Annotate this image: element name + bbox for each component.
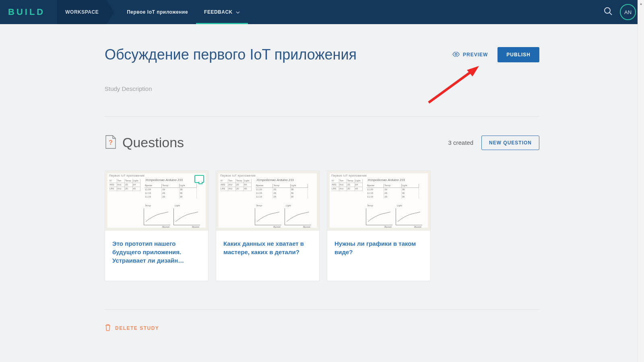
sketch-thumbnail: Первое IoT приложение N°ТипTempLightAR2A…: [330, 173, 428, 228]
delete-study-label: DELETE STUDY: [115, 325, 159, 331]
scrollbar[interactable]: ▴: [638, 0, 644, 349]
card-thumbnail: Первое IoT приложение N°ТипTempLightAR2A…: [327, 171, 430, 230]
user-avatar[interactable]: AN: [620, 4, 636, 20]
questions-header: ? Questions 3 created NEW QUESTION: [105, 135, 539, 150]
card-thumbnail: Первое IoT приложение N°ТипTempLightAR2A…: [105, 171, 208, 230]
card-title: Это прототип нашего будущего приложения.…: [105, 230, 208, 281]
publish-button[interactable]: PUBLISH: [497, 47, 539, 62]
delete-study-button[interactable]: DELETE STUDY: [105, 324, 159, 332]
title-row: Обсуждение первого IoT приложения PREVIE…: [105, 46, 539, 63]
sketch-thumbnail: Первое IoT приложение N°ТипTempLightAR2A…: [107, 173, 206, 228]
monitor-icon: [194, 175, 204, 183]
nav-workspace-label: WORKSPACE: [65, 9, 99, 15]
eye-icon: [452, 52, 460, 58]
svg-text:?: ?: [109, 139, 113, 146]
divider-bottom: [105, 309, 539, 310]
question-card[interactable]: Первое IoT приложение N°ТипTempLightAR2A…: [327, 171, 431, 281]
card-title: Каких данных не хватает в мастере, каких…: [216, 230, 319, 272]
chevron-down-icon: [236, 9, 240, 15]
questions-count: 3 created: [448, 139, 473, 146]
card-thumbnail: Первое IoT приложение N°ТипTempLightAR2A…: [216, 171, 319, 230]
nav-project-label: Первое IoT приложение: [127, 9, 188, 15]
svg-point-2: [455, 53, 457, 55]
new-question-button[interactable]: NEW QUESTION: [481, 136, 539, 150]
divider: [105, 116, 539, 117]
logo[interactable]: BUILD: [8, 7, 45, 17]
nav-feedback-label: FEEDBACK: [204, 9, 233, 15]
main-content: Обсуждение первого IoT приложения PREVIE…: [105, 24, 539, 349]
scroll-up-icon[interactable]: ▴: [638, 0, 644, 6]
svg-point-0: [605, 8, 610, 13]
publish-label: PUBLISH: [506, 52, 530, 58]
new-question-label: NEW QUESTION: [489, 140, 532, 146]
question-card[interactable]: Первое IoT приложение N°ТипTempLightAR2A…: [105, 171, 208, 281]
search-icon[interactable]: [604, 7, 613, 17]
preview-label: PREVIEW: [463, 52, 488, 58]
question-cards: Первое IoT приложение N°ТипTempLightAR2A…: [105, 171, 539, 281]
nav-workspace[interactable]: WORKSPACE: [57, 0, 107, 24]
preview-button[interactable]: PREVIEW: [452, 52, 488, 58]
app-header: BUILD WORKSPACE Первое IoT приложение FE…: [0, 0, 644, 24]
study-description-input[interactable]: Study Description: [105, 85, 539, 92]
questions-heading: Questions: [122, 135, 184, 150]
svg-line-1: [610, 13, 612, 15]
card-title: Нужны ли графики в таком виде?: [327, 230, 430, 272]
avatar-initials: AN: [624, 9, 632, 15]
nav-project[interactable]: Первое IoT приложение: [119, 0, 196, 24]
trash-icon: [105, 324, 111, 332]
question-doc-icon: ?: [105, 135, 116, 150]
page-title: Обсуждение первого IoT приложения: [105, 46, 357, 63]
sketch-thumbnail: Первое IoT приложение N°ТипTempLightAR2A…: [219, 173, 317, 228]
delete-row: DELETE STUDY: [105, 324, 539, 333]
nav-feedback-tab[interactable]: FEEDBACK: [196, 0, 248, 24]
question-card[interactable]: Первое IoT приложение N°ТипTempLightAR2A…: [216, 171, 320, 281]
